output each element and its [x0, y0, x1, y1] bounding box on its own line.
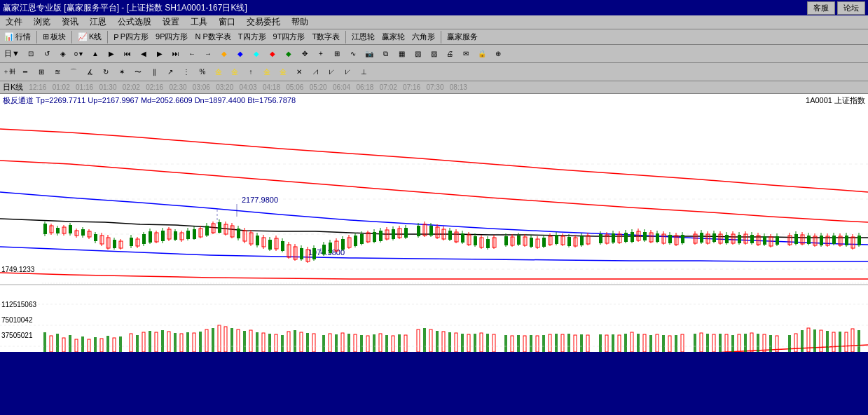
wave-btn[interactable]: ∿ [345, 46, 361, 62]
menu-jiangen[interactable]: 江恩 [84, 15, 112, 29]
diamond3-btn[interactable]: ◆ [249, 46, 264, 62]
draw-cross-btn[interactable]: ✕ [291, 64, 307, 80]
draw-rotate-btn[interactable]: ↻ [98, 64, 113, 80]
diamond2-btn[interactable]: ◆ [233, 46, 248, 62]
draw-gold-btn[interactable]: 金 [211, 64, 226, 80]
svg-rect-377 [826, 331, 829, 352]
draw-hline-btn[interactable]: ━ [18, 64, 33, 80]
num-btn[interactable]: 0▼ [71, 46, 87, 62]
draw-down-btn[interactable]: ⩗ [340, 64, 355, 80]
prev-btn[interactable]: ◀ [136, 46, 151, 62]
svg-rect-339 [567, 334, 570, 352]
draw-fan-btn[interactable]: ≋ [50, 64, 65, 80]
tb-board[interactable]: ⊞ 板块 [40, 31, 69, 43]
sep1 [36, 31, 37, 43]
tb-pnum[interactable]: N P数字表 [193, 31, 234, 43]
tb-jiangen-wheel[interactable]: 江恩轮 [349, 31, 378, 43]
menu-trade[interactable]: 交易委托 [241, 15, 286, 29]
draw-angle-btn[interactable]: ∡ [82, 64, 97, 80]
draw-wave-btn[interactable]: 〜 [130, 64, 146, 80]
main-chart-wrapper: 极反通道 Tp=2269.7711 Up=2167.9967 Md=2052.6… [0, 94, 868, 352]
ruler-btn[interactable]: ⊞ [329, 46, 345, 62]
copy-btn[interactable]: ⧉ [378, 46, 393, 62]
cross-btn[interactable]: + [313, 46, 329, 62]
svg-rect-302 [322, 335, 325, 352]
draw-percent-btn[interactable]: % [195, 64, 210, 80]
svg-rect-325 [474, 334, 476, 352]
tb-hexagon[interactable]: 六角形 [409, 31, 438, 43]
skip-start-btn[interactable]: ⏮ [120, 46, 135, 62]
camera-btn[interactable]: 📷 [361, 46, 377, 62]
period-day-btn[interactable]: 日▼ [1, 46, 22, 62]
tb-9p4sq[interactable]: 9P四方形 [153, 31, 191, 43]
annotation-high: 2177.9800 [242, 196, 278, 204]
draw-star-btn[interactable]: ✶ [114, 64, 130, 80]
diamond4-btn[interactable]: ◆ [265, 46, 280, 62]
menu-settings[interactable]: 设置 [157, 15, 185, 29]
chart1-btn[interactable]: ▦ [394, 46, 409, 62]
draw-channel-btn[interactable]: ∥ [146, 64, 162, 80]
svg-rect-323 [461, 334, 464, 352]
next-btn[interactable]: ▶ [152, 46, 167, 62]
draw-jiangen1-btn[interactable]: 金 [259, 64, 275, 80]
lock-btn[interactable]: 🔒 [474, 46, 490, 62]
menu-news[interactable]: 资讯 [56, 15, 84, 29]
draw-gold2-btn[interactable]: 金 [227, 64, 242, 80]
arrow-right-btn[interactable]: → [200, 46, 216, 62]
chart3-btn[interactable]: ▨ [426, 46, 441, 62]
chart-period-label: 日K线 [3, 82, 23, 93]
tb-9t4sq[interactable]: 9T四方形 [270, 31, 308, 43]
refresh-btn[interactable]: ↺ [39, 46, 55, 62]
draw-arc-btn[interactable]: ⌒ [66, 64, 81, 80]
draw-line-btn[interactable]: ＋卌 [1, 64, 17, 80]
tb-winner-service[interactable]: 赢家服务 [444, 31, 481, 43]
chart-header: 日K线 12:16 01:02 01:16 01:30 02:02 02:16 … [0, 81, 868, 94]
quotes-icon: 📊 [4, 32, 14, 41]
tb-p4sq[interactable]: P P四方形 [111, 31, 151, 43]
draw-zigzag2-btn[interactable]: ⩗ [324, 64, 339, 80]
menu-help[interactable]: 帮助 [286, 15, 314, 29]
customer-service-button[interactable]: 客服 [807, 1, 835, 15]
menu-browse[interactable]: 浏览 [28, 15, 56, 29]
menu-tools[interactable]: 工具 [185, 15, 213, 29]
extra-btn[interactable]: ⊕ [490, 46, 506, 62]
draw-up-arr-btn[interactable]: ↑ [243, 64, 259, 80]
skip-end-btn[interactable]: ⏭ [168, 46, 184, 62]
sep4 [345, 31, 346, 43]
arrow-left-btn[interactable]: ← [184, 46, 200, 62]
tb-kline[interactable]: 📈 K线 [75, 31, 104, 43]
email-btn[interactable]: ✉ [458, 46, 474, 62]
svg-rect-333 [530, 335, 532, 352]
signal-btn[interactable]: ◈ [55, 46, 71, 62]
print-btn[interactable]: 🖨 [442, 46, 457, 62]
sep3 [107, 31, 108, 43]
draw-fibonacci-btn[interactable]: ⋮ [179, 64, 194, 80]
up-btn[interactable]: ▲ [88, 46, 103, 62]
diamond-btn[interactable]: ◆ [216, 46, 232, 62]
title-buttons: 客服 论坛 [807, 1, 865, 15]
menu-formula[interactable]: 公式选股 [112, 15, 157, 29]
zoom-fit-btn[interactable]: ⊡ [23, 46, 39, 62]
menu-window[interactable]: 窗口 [213, 15, 241, 29]
cursor-btn[interactable]: ✥ [297, 46, 312, 62]
menu-file[interactable]: 文件 [0, 15, 28, 29]
draw-ver-btn[interactable]: ⊥ [356, 64, 371, 80]
forum-button[interactable]: 论坛 [837, 1, 865, 15]
draw-zigzag-btn[interactable]: ⩘ [308, 64, 323, 80]
tb-winner-wheel[interactable]: 赢家轮 [379, 31, 408, 43]
chart2-btn[interactable]: ▧ [410, 46, 425, 62]
play-btn[interactable]: ▶ [104, 46, 119, 62]
price-label-bottom: 1749.1233 [1, 266, 34, 273]
svg-rect-283 [199, 332, 202, 352]
svg-rect-267 [94, 337, 97, 352]
tb-t4sq[interactable]: T四方形 [235, 31, 269, 43]
draw-grid-btn[interactable]: ⊞ [34, 64, 49, 80]
svg-rect-351 [649, 335, 652, 352]
diamond5-btn[interactable]: ◆ [281, 46, 296, 62]
title-bar: 赢家江恩专业版 [赢家服务平台] - [上证指数 SH1A0001-167日K线… [0, 0, 868, 15]
draw-arrow-btn[interactable]: ↗ [163, 64, 178, 80]
svg-rect-345 [612, 334, 614, 352]
draw-jiangen2-btn[interactable]: 金 [275, 64, 291, 80]
tb-quotes[interactable]: 📊 行情 [1, 31, 34, 43]
tb-tnum[interactable]: T数字表 [309, 31, 343, 43]
